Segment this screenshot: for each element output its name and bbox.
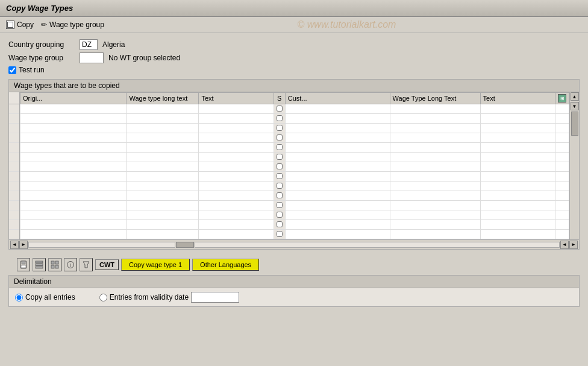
table-row	[20, 220, 569, 230]
delimitation-section: Delimitation Copy all entries Entries fr…	[8, 275, 580, 307]
row-select-checkbox[interactable]	[277, 192, 283, 198]
validity-date-label: Entries from validity date	[110, 293, 189, 301]
copy-toolbar-item[interactable]: Copy	[6, 21, 34, 29]
table-row	[20, 104, 569, 114]
row-select-checkbox[interactable]	[277, 106, 283, 112]
table-row	[20, 172, 569, 181]
validity-date-radio[interactable]	[99, 294, 107, 301]
svg-rect-8	[51, 265, 54, 268]
col-s: S	[274, 93, 285, 104]
test-run-row: Test run	[8, 66, 580, 74]
row-select-checkbox[interactable]	[277, 202, 283, 208]
icon-btn-3[interactable]	[48, 258, 61, 271]
icon-btn-2[interactable]	[33, 258, 46, 271]
table-row	[20, 210, 569, 220]
scroll-left-btn[interactable]: ◄	[10, 241, 19, 249]
wage-type-group-toolbar-item[interactable]: ✏ Wage type group	[41, 21, 104, 29]
scroll-up-btn[interactable]: ▲	[571, 92, 579, 101]
country-name: Algeria	[102, 40, 125, 49]
scroll-right-btn[interactable]: ►	[19, 241, 28, 249]
table-row	[20, 124, 569, 133]
col-origin: Origi...	[20, 93, 127, 104]
svg-rect-3	[36, 261, 43, 263]
row-select-checkbox[interactable]	[277, 154, 283, 160]
table-row	[20, 191, 569, 201]
row-select-checkbox[interactable]	[277, 125, 283, 131]
svg-text:i: i	[70, 262, 71, 268]
wage-type-group-label: Wage type group	[8, 54, 75, 62]
watermark: © www.tutorialkart.com	[111, 19, 582, 30]
table-row	[20, 133, 569, 143]
no-group-text: No WT group selected	[108, 54, 180, 62]
col-settings: ⊞	[555, 93, 569, 104]
copy-all-radio[interactable]	[15, 294, 23, 301]
table-row	[20, 181, 569, 191]
h-scroll-thumb	[176, 242, 194, 248]
copy-all-label: Copy all entries	[25, 293, 75, 301]
row-select-checkbox[interactable]	[277, 212, 283, 218]
svg-rect-9	[55, 265, 58, 268]
row-select-checkbox[interactable]	[277, 134, 283, 140]
toolbar: Copy ✏ Wage type group © www.tutorialkar…	[0, 17, 588, 33]
row-select-checkbox[interactable]	[277, 144, 283, 150]
copy-all-radio-group: Copy all entries	[15, 293, 75, 301]
col-long-text: Wage type long text	[127, 93, 199, 104]
copy-icon	[6, 21, 14, 29]
section-title: Wage types that are to be copied	[9, 80, 579, 92]
page-title: Copy Wage Types	[6, 4, 582, 13]
table-row	[20, 114, 569, 124]
wage-type-group-label: Wage type group	[49, 21, 104, 29]
country-grouping-label: Country grouping	[8, 40, 75, 49]
validity-date-input[interactable]	[191, 292, 239, 303]
icon-btn-4[interactable]: i	[64, 258, 77, 271]
row-select-checkbox[interactable]	[277, 173, 283, 179]
test-run-checkbox[interactable]	[8, 66, 16, 74]
row-select-checkbox[interactable]	[277, 231, 283, 237]
country-code-input[interactable]	[80, 39, 98, 50]
scroll-left-right-btn[interactable]: ◄	[560, 241, 569, 249]
row-select-checkbox[interactable]	[277, 221, 283, 227]
table-row	[20, 153, 569, 162]
svg-rect-7	[55, 261, 58, 264]
svg-rect-5	[36, 267, 43, 268]
svg-rect-6	[51, 261, 54, 264]
pencil-icon: ✏	[41, 21, 47, 29]
svg-rect-1	[22, 261, 25, 264]
col-text2: Text	[480, 93, 555, 104]
col-cust: Cust...	[285, 93, 390, 104]
table-row	[20, 230, 569, 239]
wage-types-section: Wage types that are to be copied	[8, 79, 580, 250]
delimitation-title: Delimitation	[9, 276, 579, 288]
wage-type-group-row: Wage type group No WT group selected	[8, 52, 580, 63]
scroll-right-right-btn[interactable]: ►	[569, 241, 578, 249]
table-row	[20, 143, 569, 153]
bottom-toolbar: i CWT Copy wage type 1 Other Languages	[8, 254, 580, 275]
scroll-down-btn[interactable]: ▼	[571, 102, 579, 110]
icon-btn-5[interactable]	[80, 258, 93, 271]
cwt-label[interactable]: CWT	[95, 259, 119, 270]
country-grouping-row: Country grouping Algeria	[8, 39, 580, 50]
wage-types-table: Origi... Wage type long text Text S Cust…	[20, 92, 569, 239]
row-select-checkbox[interactable]	[277, 115, 283, 121]
test-run-label: Test run	[19, 66, 45, 74]
scroll-thumb	[571, 112, 578, 136]
main-content: Country grouping Algeria Wage type group…	[0, 33, 588, 313]
table-row	[20, 201, 569, 210]
validity-date-radio-group: Entries from validity date	[99, 292, 239, 303]
svg-rect-2	[21, 265, 26, 268]
row-select-checkbox[interactable]	[277, 183, 283, 189]
svg-marker-12	[83, 262, 89, 268]
copy-label: Copy	[17, 21, 34, 29]
copy-wage-type-button[interactable]: Copy wage type 1	[121, 259, 190, 271]
row-select-checkbox[interactable]	[277, 163, 283, 169]
table-row	[20, 162, 569, 172]
delimitation-content: Copy all entries Entries from validity d…	[9, 288, 579, 306]
title-bar: Copy Wage Types	[0, 0, 588, 17]
col-text: Text	[199, 93, 274, 104]
other-languages-button[interactable]: Other Languages	[192, 259, 259, 271]
col-wt-long-text: Wage Type Long Text	[390, 93, 480, 104]
icon-btn-1[interactable]	[17, 258, 30, 271]
wage-type-group-input[interactable]	[80, 52, 104, 63]
svg-rect-4	[36, 264, 43, 266]
